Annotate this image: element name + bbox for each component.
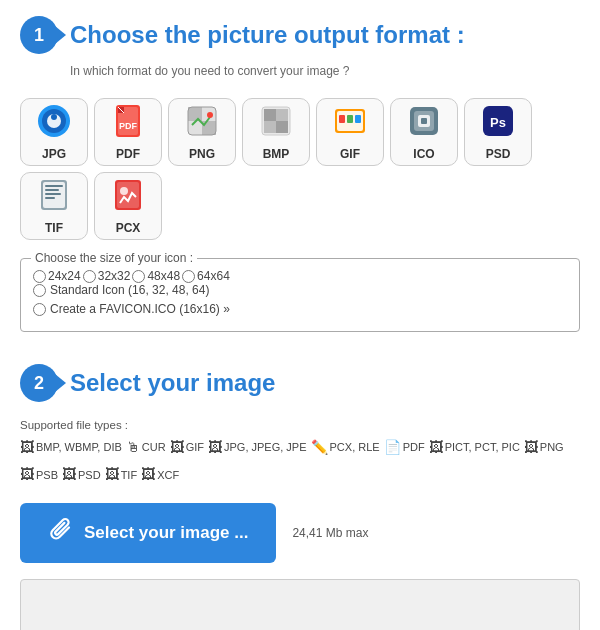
icon-size-box: Choose the size of your icon : 24x24 32x… xyxy=(20,258,580,332)
format-jpg[interactable]: JPG xyxy=(20,98,88,166)
radio-64x64[interactable] xyxy=(182,270,195,283)
svg-text:Ps: Ps xyxy=(490,115,506,130)
svg-rect-31 xyxy=(45,189,59,191)
pdf-icon: PDF xyxy=(110,103,146,144)
label-standard: Standard Icon (16, 32, 48, 64) xyxy=(50,283,209,297)
step2-badge: 2 xyxy=(20,364,58,402)
svg-rect-33 xyxy=(45,197,55,199)
svg-point-11 xyxy=(207,112,213,118)
ft-cur-icon: 🖱 xyxy=(126,436,140,460)
radio-48x48[interactable] xyxy=(132,270,145,283)
format-png[interactable]: PNG xyxy=(168,98,236,166)
svg-rect-16 xyxy=(276,121,288,133)
ft-gif-icon: 🖼 xyxy=(170,436,184,460)
ft-psb: 🖼 PSB xyxy=(20,463,58,487)
paperclip-icon xyxy=(48,517,74,549)
pcx-icon xyxy=(110,177,146,218)
svg-rect-20 xyxy=(347,115,353,123)
format-pdf[interactable]: PDF PDF xyxy=(94,98,162,166)
ft-bmp: 🖼 BMP, WBMP, DIB xyxy=(20,436,122,460)
ft-psd: 🖼 PSD xyxy=(62,463,101,487)
section1-header: 1 Choose the picture output format : xyxy=(0,0,600,62)
supported-types: Supported file types : 🖼 BMP, WBMP, DIB … xyxy=(0,410,600,495)
ft-pict-icon: 🖼 xyxy=(429,436,443,460)
gif-label: GIF xyxy=(340,147,360,161)
svg-rect-35 xyxy=(117,182,139,208)
svg-rect-14 xyxy=(276,109,288,121)
ft-jpg-icon: 🖼 xyxy=(208,436,222,460)
ft-pict: 🖼 PICT, PCT, PIC xyxy=(429,436,520,460)
ft-pdf-icon: 📄 xyxy=(384,436,401,460)
svg-rect-19 xyxy=(339,115,345,123)
section1-title: Choose the picture output format : xyxy=(70,21,465,49)
radio-standard[interactable] xyxy=(33,284,46,297)
format-bmp[interactable]: BMP xyxy=(242,98,310,166)
jpg-label: JPG xyxy=(42,147,66,161)
ft-xcf: 🖼 XCF xyxy=(141,463,179,487)
label-24x24: 24x24 xyxy=(48,269,81,283)
ft-tif-icon: 🖼 xyxy=(105,463,119,487)
label-48x48: 48x48 xyxy=(147,269,180,283)
radio-24x24[interactable] xyxy=(33,270,46,283)
ft-pcx: ✏️ PCX, RLE xyxy=(311,436,380,460)
radio-32x32[interactable] xyxy=(83,270,96,283)
select-area: Select your image ... 24,41 Mb max xyxy=(0,495,600,571)
svg-rect-25 xyxy=(421,118,427,124)
svg-rect-9 xyxy=(202,121,216,135)
svg-rect-13 xyxy=(264,109,276,121)
ft-psb-icon: 🖼 xyxy=(20,463,34,487)
svg-rect-21 xyxy=(355,115,361,123)
ico-icon xyxy=(406,103,442,144)
ft-jpg: 🖼 JPG, JPEG, JPE xyxy=(208,436,307,460)
ft-xcf-icon: 🖼 xyxy=(141,463,155,487)
select-button-label: Select your image ... xyxy=(84,523,248,543)
psd-label: PSD xyxy=(486,147,511,161)
radio-standard-row: Standard Icon (16, 32, 48, 64) xyxy=(33,283,567,297)
ft-gif: 🖼 GIF xyxy=(170,436,204,460)
max-size-text: 24,41 Mb max xyxy=(292,526,368,540)
png-label: PNG xyxy=(189,147,215,161)
format-ico[interactable]: ICO xyxy=(390,98,458,166)
svg-text:PDF: PDF xyxy=(119,121,138,131)
select-image-button[interactable]: Select your image ... xyxy=(20,503,276,563)
bmp-label: BMP xyxy=(263,147,290,161)
label-32x32: 32x32 xyxy=(98,269,131,283)
format-gif[interactable]: GIF xyxy=(316,98,384,166)
ft-cur: 🖱 CUR xyxy=(126,436,166,460)
icon-size-radios: 24x24 32x32 48x48 64x64 xyxy=(33,269,567,283)
section1-subtitle: In which format do you need to convert y… xyxy=(0,62,600,90)
format-pcx[interactable]: PCX xyxy=(94,172,162,240)
png-icon xyxy=(184,103,220,144)
svg-rect-8 xyxy=(188,107,202,121)
gif-icon xyxy=(332,103,368,144)
ft-png: 🖼 PNG xyxy=(524,436,564,460)
ft-png-icon: 🖼 xyxy=(524,436,538,460)
step1-badge: 1 xyxy=(20,16,58,54)
format-grid: JPG PDF PDF PNG xyxy=(0,90,600,248)
label-64x64: 64x64 xyxy=(197,269,230,283)
ico-label: ICO xyxy=(413,147,434,161)
label-favicon: Create a FAVICON.ICO (16x16) » xyxy=(50,302,230,316)
radio-favicon-row: Create a FAVICON.ICO (16x16) » xyxy=(33,302,567,316)
bmp-icon xyxy=(258,103,294,144)
format-tif[interactable]: TIF xyxy=(20,172,88,240)
tif-icon xyxy=(36,177,72,218)
pdf-label: PDF xyxy=(116,147,140,161)
section2-title: Select your image xyxy=(70,369,275,397)
icon-size-legend: Choose the size of your icon : xyxy=(31,251,197,265)
ft-pcx-icon: ✏️ xyxy=(311,436,328,460)
ft-pdf: 📄 PDF xyxy=(384,436,425,460)
radio-favicon[interactable] xyxy=(33,303,46,316)
ft-psd-icon: 🖼 xyxy=(62,463,76,487)
ft-bmp-icon: 🖼 xyxy=(20,436,34,460)
drop-zone[interactable] xyxy=(20,579,580,630)
format-psd[interactable]: Ps PSD xyxy=(464,98,532,166)
file-types-list: 🖼 BMP, WBMP, DIB 🖱 CUR 🖼 GIF 🖼 JPG, JPEG… xyxy=(20,436,580,488)
svg-rect-30 xyxy=(45,185,63,187)
jpg-icon xyxy=(36,103,72,144)
tif-label: TIF xyxy=(45,221,63,235)
supported-label: Supported file types : xyxy=(20,419,128,431)
pcx-label: PCX xyxy=(116,221,141,235)
section2-header: 2 Select your image xyxy=(0,348,600,410)
svg-rect-15 xyxy=(264,121,276,133)
